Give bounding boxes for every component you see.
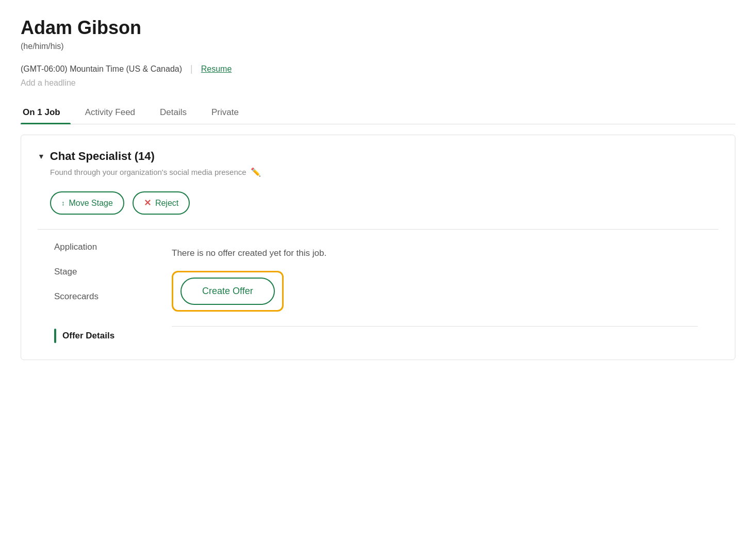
timezone: (GMT-06:00) Mountain Time (US & Canada) bbox=[21, 64, 182, 74]
sidebar-item-scorecards[interactable]: Scorecards bbox=[54, 291, 139, 302]
tab-details[interactable]: Details bbox=[158, 102, 197, 124]
main-content-card: ▼ Chat Specialist (14) Found through you… bbox=[21, 135, 735, 360]
headline-placeholder[interactable]: Add a headline bbox=[21, 78, 735, 88]
tabs-row: On 1 Job Activity Feed Details Private bbox=[21, 102, 735, 124]
offer-main-area: There is no offer created yet for this j… bbox=[151, 230, 718, 360]
meta-row: (GMT-06:00) Mountain Time (US & Canada) … bbox=[21, 63, 735, 74]
sidebar-item-application[interactable]: Application bbox=[54, 242, 139, 252]
offer-details-label[interactable]: Offer Details bbox=[62, 331, 114, 341]
move-stage-label: Move Stage bbox=[69, 199, 113, 208]
job-count: (14) bbox=[135, 150, 155, 163]
sidebar-nav: Application Stage Scorecards Offer Detai… bbox=[38, 230, 151, 360]
offer-details-nav: Offer Details bbox=[54, 316, 139, 347]
job-section: ▼ Chat Specialist (14) Found through you… bbox=[21, 135, 735, 360]
tab-private[interactable]: Private bbox=[209, 102, 249, 124]
job-source: Found through your organization's social… bbox=[50, 167, 718, 177]
job-header: ▼ Chat Specialist (14) bbox=[38, 150, 718, 163]
bottom-divider bbox=[172, 326, 698, 327]
move-stage-arrows-icon: ↕ bbox=[61, 200, 65, 206]
sidebar-item-stage[interactable]: Stage bbox=[54, 267, 139, 277]
collapse-arrow-icon[interactable]: ▼ bbox=[38, 152, 45, 160]
action-buttons: ↕ Move Stage ✕ Reject bbox=[50, 191, 718, 215]
reject-button[interactable]: ✕ Reject bbox=[133, 191, 190, 215]
tab-on-job[interactable]: On 1 Job bbox=[21, 102, 71, 124]
create-offer-highlight: Create Offer bbox=[172, 271, 284, 312]
sidebar-content: Application Stage Scorecards Offer Detai… bbox=[38, 230, 718, 360]
reject-label: Reject bbox=[155, 199, 178, 208]
create-offer-button[interactable]: Create Offer bbox=[180, 278, 275, 305]
move-stage-button[interactable]: ↕ Move Stage bbox=[50, 191, 124, 215]
job-title: Chat Specialist (14) bbox=[50, 150, 155, 163]
candidate-pronouns: (he/him/his) bbox=[21, 42, 735, 51]
green-accent-bar bbox=[54, 329, 56, 343]
no-offer-text: There is no offer created yet for this j… bbox=[172, 248, 326, 258]
tab-activity-feed[interactable]: Activity Feed bbox=[83, 102, 145, 124]
meta-divider: | bbox=[190, 63, 193, 74]
candidate-name: Adam Gibson bbox=[21, 17, 735, 39]
reject-x-icon: ✕ bbox=[144, 198, 151, 208]
edit-source-icon[interactable]: ✏️ bbox=[251, 167, 261, 177]
job-title-text: Chat Specialist bbox=[50, 150, 132, 163]
job-source-text: Found through your organization's social… bbox=[50, 168, 246, 176]
resume-link[interactable]: Resume bbox=[201, 64, 232, 74]
